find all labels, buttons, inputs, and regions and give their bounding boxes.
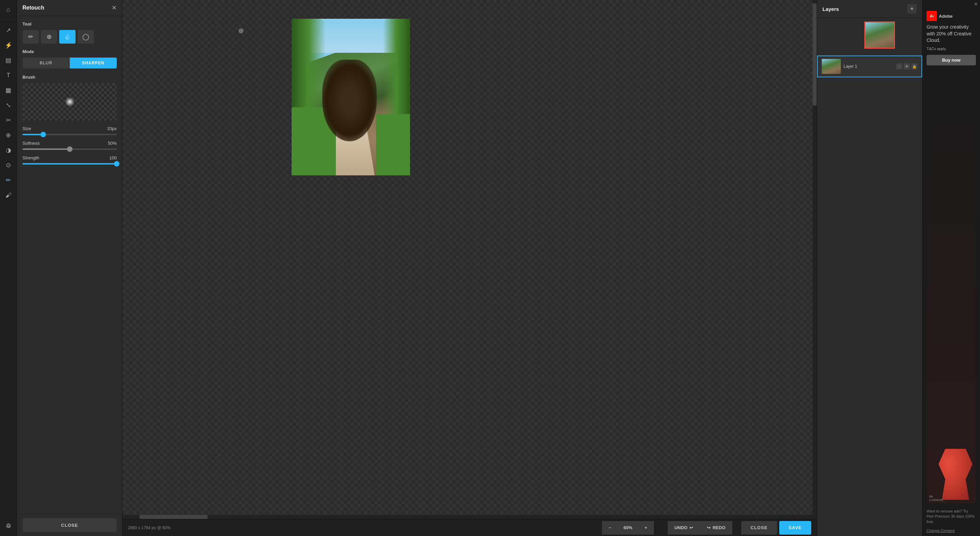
- ad-illustration: BēLuckiestid_: [927, 69, 976, 503]
- ad-content: Ai Adobe Grow your creativity with 20% o…: [923, 8, 980, 506]
- redo-icon: ↪: [707, 525, 711, 530]
- text-icon[interactable]: T: [2, 69, 14, 81]
- softness-slider-header: Softness 50%: [22, 140, 117, 146]
- layer-menu-icon[interactable]: ⋯: [896, 63, 902, 69]
- bottom-bar: 2880 x 1794 px @ 60% − 60% + UNDO ↩ ↪ RE…: [123, 519, 817, 536]
- layers-icon[interactable]: ▤: [2, 54, 14, 66]
- blur-mode-button[interactable]: BLUR: [22, 57, 70, 69]
- zoom-in-icon: +: [644, 525, 647, 530]
- softness-slider-row: Softness 50%: [22, 140, 117, 150]
- layer-item-icons: ⋯ 👁 🔒: [896, 63, 917, 69]
- softness-value: 50%: [108, 140, 117, 146]
- change-consent-button[interactable]: Change Consent: [927, 528, 955, 533]
- horizontal-scrollbar-thumb[interactable]: [140, 515, 208, 519]
- layer-thumb-image: [822, 59, 841, 74]
- softness-slider-track[interactable]: [22, 148, 117, 150]
- size-slider-track[interactable]: [22, 134, 117, 135]
- ad-bottom-section: Want to remove ads? Try Pixlr Premium 30…: [923, 506, 980, 536]
- circle-half-icon[interactable]: ◑: [2, 144, 14, 156]
- main-area: ⊕ 2880 x 1794 px @ 60% − 60% +: [123, 0, 817, 536]
- strength-slider-thumb[interactable]: [114, 161, 119, 166]
- main-canvas-image: [292, 19, 410, 175]
- pencil-icon: ✏: [28, 33, 33, 40]
- canvas-area[interactable]: ⊕: [123, 0, 817, 519]
- zoom-out-button[interactable]: −: [602, 521, 618, 534]
- scissors-icon[interactable]: ✂: [2, 114, 14, 126]
- zoom-in-button[interactable]: +: [638, 521, 654, 534]
- water-tool-button[interactable]: 💧: [59, 30, 76, 44]
- layer-item-thumbnail: [822, 59, 841, 74]
- home-icon[interactable]: ⌂: [2, 3, 14, 16]
- mode-buttons: BLUR SHARPEN: [22, 57, 117, 69]
- undo-icon: ↩: [689, 525, 693, 530]
- sharpen-mode-button[interactable]: SHARPEN: [70, 57, 117, 69]
- vertical-scrollbar-thumb[interactable]: [813, 3, 817, 105]
- strength-slider-header: Strength 100: [22, 155, 117, 160]
- size-value: 33px: [107, 126, 117, 131]
- layers-title: Layers: [822, 6, 839, 12]
- panel-close-button[interactable]: ✕: [111, 5, 117, 11]
- dog-silhouette: [322, 60, 377, 141]
- stamp-tool-button[interactable]: ⊕: [41, 30, 57, 44]
- strength-slider-row: Strength 100: [22, 155, 117, 164]
- horizontal-scrollbar[interactable]: [123, 515, 813, 519]
- ad-close-button[interactable]: ✕: [974, 2, 978, 7]
- side-panel: Retouch ✕ Tool ✏ ⊕ 💧 ◯ Mode BLUR SHARPEN: [17, 0, 123, 536]
- brush-section-label: Brush: [22, 75, 117, 80]
- save-button[interactable]: SAVE: [779, 521, 811, 534]
- brush-icon[interactable]: ✏: [2, 174, 14, 186]
- strength-slider-fill: [22, 163, 117, 164]
- lightning-icon[interactable]: ⚡: [2, 39, 14, 51]
- bottom-controls: − 60% + UNDO ↩ ↪ REDO CLOSE SAVE: [602, 521, 811, 534]
- image-info: 2880 x 1794 px @ 60%: [128, 525, 170, 530]
- redo-button[interactable]: ↪ REDO: [700, 521, 732, 534]
- globe-icon[interactable]: ⊙: [2, 159, 14, 171]
- transform-icon[interactable]: ⤡: [2, 99, 14, 112]
- size-slider-row: Size 33px: [22, 126, 117, 135]
- vertical-scrollbar[interactable]: [813, 0, 817, 519]
- close-button[interactable]: CLOSE: [741, 521, 777, 534]
- adobe-logo: Ai: [927, 11, 937, 21]
- remove-ads-text: Want to remove ads? Try Pixlr Premium 30…: [927, 509, 976, 525]
- softness-slider-thumb[interactable]: [67, 147, 73, 152]
- bird-silhouette: [939, 449, 972, 500]
- layer-item-info: Layer 1: [843, 64, 894, 69]
- settings-icon[interactable]: ⚙: [2, 520, 14, 532]
- eraser-tool-button[interactable]: ◯: [78, 30, 94, 44]
- size-slider-header: Size 33px: [22, 126, 117, 131]
- layer-visibility-icon[interactable]: 👁: [904, 63, 910, 69]
- ad-subtext: T&Cs apply.: [927, 47, 976, 51]
- add-layer-button[interactable]: +: [907, 4, 917, 14]
- layer-lock-icon[interactable]: 🔒: [911, 63, 917, 69]
- ad-headline: Grow your creativity with 20% off Creati…: [927, 24, 976, 44]
- panel-close-bottom-button[interactable]: CLOSE: [22, 518, 117, 532]
- softness-slider-fill: [22, 148, 70, 150]
- brush-preview: [22, 83, 117, 121]
- adjustments-icon[interactable]: ⊕: [2, 129, 14, 141]
- undo-label: UNDO: [675, 525, 687, 530]
- paint-icon[interactable]: 🖌: [2, 189, 14, 201]
- ad-close-area: ✕: [923, 0, 980, 8]
- strength-value: 100: [109, 155, 117, 160]
- buy-now-button[interactable]: Buy now: [927, 55, 976, 65]
- strength-label: Strength: [22, 155, 39, 160]
- layer-item[interactable]: Layer 1 ⋯ 👁 🔒: [817, 56, 922, 77]
- water-icon: 💧: [64, 33, 71, 40]
- brush-dot: [65, 97, 75, 107]
- side-panel-header: Retouch ✕: [17, 0, 122, 16]
- select-icon[interactable]: ↗: [2, 24, 14, 37]
- tool-buttons: ✏ ⊕ 💧 ◯: [22, 30, 117, 44]
- pencil-tool-button[interactable]: ✏: [22, 30, 39, 44]
- undo-button[interactable]: UNDO ↩: [668, 521, 700, 534]
- grass-right: [376, 114, 410, 175]
- layers-panel: Layers + Layer 1 ⋯ 👁 🔒: [817, 0, 922, 536]
- left-toolbar: ⌂ ↗ ⚡ ▤ T ▦ ⤡ ✂ ⊕ ◑ ⊙ ✏ 🖌 ··· ⚙: [0, 0, 17, 536]
- softness-label: Softness: [22, 140, 40, 146]
- eraser-icon: ◯: [82, 33, 89, 40]
- texture-icon[interactable]: ▦: [2, 84, 14, 96]
- redo-label: REDO: [713, 525, 725, 530]
- layer-thumbnail-selected: [864, 21, 895, 49]
- strength-slider-track[interactable]: [22, 163, 117, 164]
- zoom-out-icon: −: [609, 525, 611, 530]
- size-slider-thumb[interactable]: [40, 132, 46, 137]
